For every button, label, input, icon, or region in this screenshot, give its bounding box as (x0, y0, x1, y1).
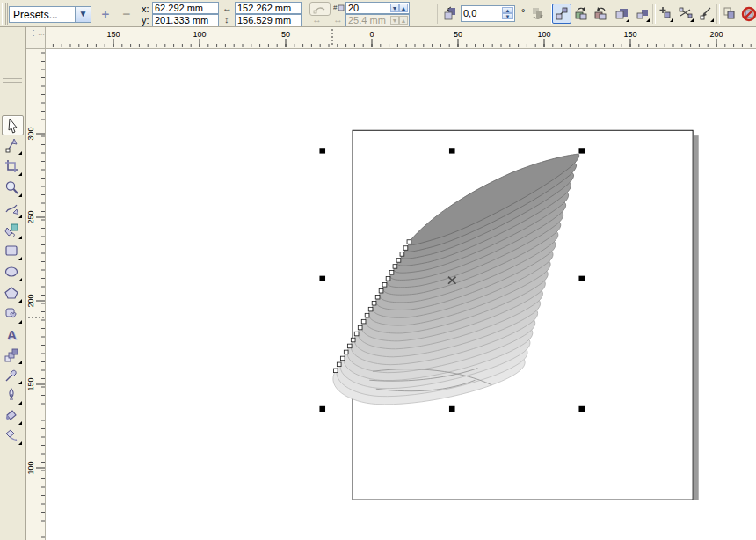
object-color-acceleration-button[interactable] (612, 4, 631, 24)
blend-spacing-field: 25.4 mm ▼▲ (345, 14, 410, 26)
selection-handle[interactable] (578, 406, 585, 412)
direct-blend-button[interactable] (552, 4, 571, 24)
selection-handle[interactable] (578, 276, 585, 281)
blend-node-handle[interactable] (393, 265, 397, 269)
blend-spacing-toggle-icon: ↔ (312, 14, 322, 25)
ruler-origin-icon: ⋮… (30, 29, 46, 37)
svg-text:150: 150 (106, 30, 120, 39)
remove-preset-button[interactable]: − (117, 6, 136, 23)
svg-text:100: 100 (26, 461, 35, 474)
blend-property-bar: Presets... ▼ + − x: 62.292 mm y: 201.333… (0, 0, 756, 27)
shape-tool[interactable] (2, 136, 24, 157)
selection-handle[interactable] (449, 148, 455, 153)
svg-text:200: 200 (26, 294, 35, 307)
svg-text:150: 150 (26, 377, 35, 390)
svg-text:250: 250 (26, 210, 35, 223)
spacing-spinner-disabled: ▼▲ (390, 16, 408, 25)
object-height-field[interactable]: 156.529 mm (235, 14, 302, 26)
selection-handle[interactable] (319, 406, 325, 412)
blend-spacing-icon: ↔ (333, 14, 343, 25)
counterclockwise-blend-button[interactable] (591, 4, 610, 24)
x-label: x: (142, 4, 149, 14)
loop-blend-button[interactable] (528, 4, 548, 24)
svg-text:#: # (333, 4, 338, 11)
blend-steps-field[interactable]: 20 ▼▲ (345, 2, 410, 14)
blend-node-handle[interactable] (400, 252, 404, 257)
blend-node-handle[interactable] (389, 271, 394, 275)
interactive-blend-tool[interactable] (2, 346, 24, 366)
blend-node-handle[interactable] (347, 344, 352, 348)
path-properties-button[interactable] (676, 4, 695, 24)
object-width-field[interactable]: 152.262 mm (235, 2, 302, 14)
object-y-field[interactable]: 201.333 mm (152, 14, 219, 26)
blend-node-handle[interactable] (403, 246, 408, 251)
rectangle-tool[interactable] (2, 242, 24, 262)
blend-node-handle[interactable] (368, 307, 373, 311)
crop-tool[interactable] (2, 157, 24, 178)
blend-node-handle[interactable] (407, 240, 411, 244)
direction-spinner[interactable]: ▲▼ (502, 7, 513, 20)
svg-text:200: 200 (709, 30, 723, 39)
fuse-blend-button[interactable] (696, 4, 716, 24)
ellipse-tool[interactable] (2, 263, 24, 283)
clockwise-blend-button[interactable] (571, 4, 591, 24)
page-shadow (694, 135, 699, 500)
blend-node-handle[interactable] (337, 362, 341, 367)
blend-node-handle[interactable] (351, 338, 355, 342)
selection-handle[interactable] (319, 148, 325, 153)
selection-handle[interactable] (578, 148, 585, 153)
blend-node-handle[interactable] (340, 356, 345, 361)
blend-node-handle[interactable] (396, 259, 401, 263)
smart-fill-tool[interactable] (2, 221, 24, 241)
blend-node-handle[interactable] (361, 319, 366, 324)
blend-node-handle[interactable] (354, 332, 359, 336)
blend-node-handle[interactable] (372, 301, 376, 305)
blend-node-handle[interactable] (382, 283, 387, 288)
svg-text:50: 50 (454, 30, 462, 39)
selection-handle[interactable] (449, 406, 455, 412)
clear-blend-button[interactable] (738, 4, 756, 24)
blend-direction-icon (443, 6, 458, 21)
add-preset-button[interactable]: + (96, 6, 115, 23)
object-width-icon: ↔ (222, 3, 232, 13)
horizontal-ruler[interactable]: 15010050050100150200 (46, 27, 756, 49)
drawing-window[interactable] (46, 49, 756, 540)
text-tool[interactable]: A (2, 325, 24, 346)
blend-node-handle[interactable] (375, 295, 380, 299)
size-acceleration-button[interactable] (632, 4, 651, 24)
ruler-origin[interactable]: ⋮… (26, 27, 46, 49)
start-end-objects-button[interactable] (656, 4, 675, 24)
degree-symbol: ° (521, 7, 525, 18)
pick-tool[interactable] (2, 115, 24, 135)
fill-tool[interactable] (2, 406, 24, 427)
svg-text:150: 150 (623, 30, 636, 39)
blend-steps-icon: # (333, 3, 345, 13)
toolbox-grip[interactable] (3, 77, 22, 83)
y-label: y: (142, 15, 149, 26)
blend-node-handle[interactable] (379, 288, 383, 293)
presets-value: Presets... (13, 9, 58, 21)
polygon-tool[interactable] (2, 284, 24, 304)
steps-spinner[interactable]: ▼▲ (390, 4, 408, 12)
eyedropper-tool[interactable] (2, 366, 24, 386)
blend-node-handle[interactable] (344, 350, 348, 354)
chevron-down-icon[interactable]: ▼ (75, 7, 91, 22)
copy-blend-properties-button[interactable] (719, 4, 738, 24)
blend-presets-combo[interactable]: Presets... ▼ (9, 6, 91, 23)
basic-shapes-tool[interactable] (2, 305, 24, 325)
blend-node-handle[interactable] (386, 277, 390, 281)
outline-pen-tool[interactable] (2, 386, 24, 406)
object-x-field[interactable]: 62.292 mm (152, 2, 219, 14)
interactive-fill-tool[interactable] (2, 427, 24, 447)
selection-handle[interactable] (319, 276, 325, 281)
svg-text:100: 100 (537, 30, 550, 39)
object-height-icon: ↕ (224, 14, 229, 25)
zoom-tool[interactable] (2, 179, 24, 199)
vertical-ruler[interactable]: 300250200150100 (26, 49, 46, 540)
freehand-tool[interactable] (2, 200, 24, 220)
blend-direction-field[interactable]: 0,0 ▲▼ (461, 5, 515, 22)
blend-node-handle[interactable] (358, 325, 362, 330)
blend-node-handle[interactable] (333, 369, 338, 373)
toolbox: A (0, 27, 26, 540)
blend-node-handle[interactable] (365, 313, 369, 317)
